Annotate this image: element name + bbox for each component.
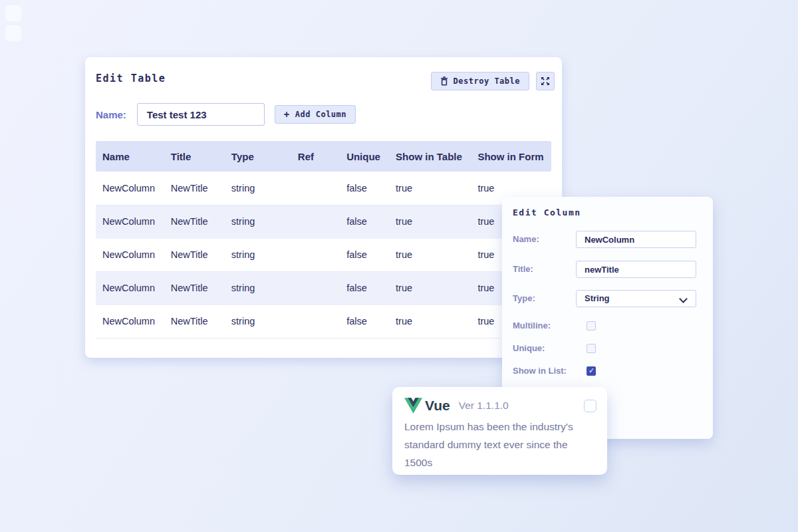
table-cell: NewTitle bbox=[164, 172, 225, 205]
table-cell bbox=[291, 271, 340, 305]
table-cell bbox=[291, 205, 340, 238]
expand-icon bbox=[541, 76, 550, 86]
table-cell: NewColumn bbox=[96, 305, 164, 338]
column-header: Show in Form bbox=[471, 141, 551, 172]
table-cell: string bbox=[225, 271, 291, 305]
vue-version: Ver 1.1.1.0 bbox=[459, 400, 509, 412]
vue-checkbox[interactable] bbox=[584, 400, 597, 412]
table-cell: NewColumn bbox=[96, 271, 164, 305]
table-row[interactable]: NewColumnNewTitlestringfalsetruetrue bbox=[96, 172, 551, 205]
table-row[interactable]: NewColumnNewTitlestringfalsetruetrue bbox=[96, 271, 551, 305]
page-title: Edit Table bbox=[96, 72, 166, 84]
field-type[interactable]: String bbox=[576, 290, 696, 307]
columns-table: Name Title Type Ref Unique Show in Table… bbox=[96, 141, 551, 338]
table-cell: NewTitle bbox=[164, 305, 225, 338]
column-header: Ref bbox=[291, 141, 340, 172]
expand-button[interactable] bbox=[536, 72, 555, 90]
plus-icon: + bbox=[284, 109, 290, 120]
table-cell: string bbox=[225, 205, 291, 238]
field-unique[interactable] bbox=[587, 344, 596, 353]
destroy-table-button[interactable]: Destroy Table bbox=[431, 72, 529, 90]
table-name-label: Name: bbox=[96, 109, 126, 120]
add-column-label: Add Column bbox=[295, 110, 346, 119]
table-cell: false bbox=[340, 205, 389, 238]
field-label-multiline: Multiline: bbox=[513, 319, 551, 333]
trash-icon bbox=[440, 76, 448, 86]
add-column-button[interactable]: + Add Column bbox=[275, 105, 356, 124]
table-cell: false bbox=[340, 271, 389, 305]
field-multiline[interactable] bbox=[587, 321, 596, 331]
column-header: Title bbox=[164, 141, 225, 172]
field-row-type: Type:String bbox=[513, 290, 702, 307]
table-cell: NewColumn bbox=[96, 238, 164, 271]
destroy-table-label: Destroy Table bbox=[454, 76, 520, 86]
table-cell bbox=[291, 238, 340, 271]
field-label-title: Title: bbox=[513, 261, 533, 278]
field-title[interactable] bbox=[576, 261, 696, 278]
table-cell: NewTitle bbox=[164, 271, 225, 305]
table-cell: NewColumn bbox=[96, 172, 164, 205]
table-name-input[interactable] bbox=[137, 103, 265, 126]
table-cell: NewTitle bbox=[164, 205, 225, 238]
table-cell: true bbox=[389, 305, 471, 338]
table-cell: true bbox=[389, 271, 471, 305]
table-cell: NewColumn bbox=[96, 205, 164, 238]
edit-column-title: Edit Column bbox=[513, 207, 581, 217]
table-row[interactable]: NewColumnNewTitlestringfalsetruetrue bbox=[96, 305, 551, 338]
table-cell: false bbox=[340, 238, 389, 271]
field-label-show-in-list: Show in List: bbox=[513, 364, 567, 378]
table-cell: string bbox=[225, 305, 291, 338]
field-show-in-list[interactable] bbox=[587, 366, 596, 376]
table-row[interactable]: NewColumnNewTitlestringfalsetruetrue bbox=[96, 205, 551, 238]
column-header: Name bbox=[96, 141, 164, 172]
vue-description: Lorem Ipsum has been the industry's stan… bbox=[404, 418, 593, 471]
table-name-row: Name: + Add Column bbox=[96, 103, 356, 126]
column-header: Type bbox=[225, 141, 291, 172]
field-label-name: Name: bbox=[513, 231, 539, 248]
field-name[interactable] bbox=[576, 231, 696, 248]
table-cell: string bbox=[225, 172, 291, 205]
column-header: Unique bbox=[340, 141, 389, 172]
field-label-type: Type: bbox=[513, 290, 535, 307]
table-cell: NewTitle bbox=[164, 238, 225, 271]
table-cell bbox=[291, 305, 340, 338]
panel-actions: Destroy Table bbox=[431, 72, 555, 90]
vue-brand: Vue bbox=[425, 398, 450, 414]
table-cell: true bbox=[389, 172, 471, 205]
columns-table-header: Name Title Type Ref Unique Show in Table… bbox=[96, 141, 551, 172]
table-cell: false bbox=[340, 172, 389, 205]
edit-table-panel: Edit Table Destroy Table bbox=[85, 57, 562, 358]
vue-logo-icon bbox=[404, 398, 422, 414]
table-cell: true bbox=[389, 238, 471, 271]
table-cell: false bbox=[340, 305, 389, 338]
column-header: Show in Table bbox=[389, 141, 471, 172]
table-cell: string bbox=[225, 238, 291, 271]
table-cell: true bbox=[389, 205, 471, 238]
vue-card: Vue Ver 1.1.1.0 Lorem Ipsum has been the… bbox=[392, 387, 607, 475]
field-label-unique: Unique: bbox=[513, 341, 545, 356]
page: Edit Table Destroy Table bbox=[0, 0, 798, 532]
table-row[interactable]: NewColumnNewTitlestringfalsetruetrue bbox=[96, 238, 551, 271]
deco-square bbox=[5, 5, 21, 21]
table-cell bbox=[291, 172, 340, 205]
vue-card-header: Vue Ver 1.1.1.0 bbox=[404, 397, 597, 414]
deco-square bbox=[5, 25, 21, 41]
